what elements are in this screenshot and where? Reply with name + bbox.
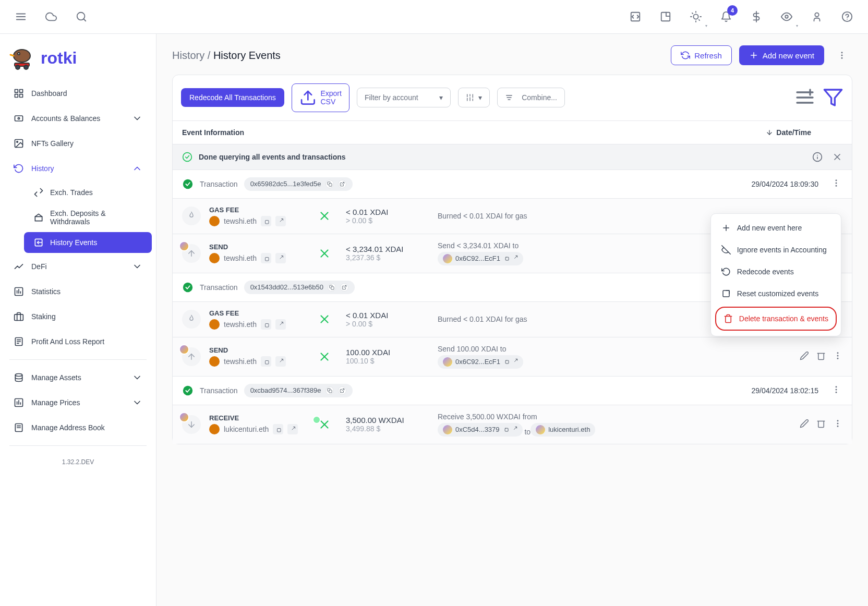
account-name[interactable]: lukicenturi.eth (224, 425, 269, 433)
copy-icon[interactable] (503, 426, 509, 433)
row-kebab-icon[interactable] (833, 351, 842, 362)
tx-kebab-icon[interactable] (830, 178, 842, 189)
filter-icon[interactable] (823, 87, 843, 108)
delete-icon[interactable] (816, 351, 826, 362)
sidebar-item-history-events[interactable]: History Events (24, 232, 152, 253)
sidebar-item-staking[interactable]: Staking (4, 305, 152, 328)
edit-icon[interactable] (800, 419, 809, 430)
close-icon[interactable] (832, 152, 842, 162)
row-kebab-icon[interactable] (833, 419, 842, 430)
brand-name: rotki (41, 49, 77, 68)
copy-icon[interactable] (503, 254, 509, 262)
privacy-icon[interactable]: ▾ (776, 6, 797, 27)
address-chip[interactable]: lukicenturi.eth (531, 423, 595, 437)
tx-label: Transaction (200, 386, 238, 395)
address-chip[interactable]: 0xC5d4...3379 (438, 423, 523, 437)
version-label: 1.32.2.DEV (0, 451, 156, 473)
tx-hash-chip[interactable]: 0x1543dd02...513e6b50 (244, 281, 355, 294)
copy-icon[interactable] (326, 386, 334, 395)
combine-select[interactable]: Combine... (497, 88, 565, 107)
currency-icon[interactable] (746, 6, 767, 27)
edit-icon[interactable] (800, 351, 809, 362)
sidebar-item-exch-deposits[interactable]: Exch. Deposits & Withdrawals (24, 204, 152, 231)
address-chip[interactable]: 0x6C92...EcF1 (438, 252, 523, 265)
copy-icon[interactable] (503, 358, 509, 366)
external-link-icon[interactable] (275, 356, 286, 367)
logo[interactable]: rotki (0, 40, 156, 81)
external-link-icon[interactable] (512, 254, 518, 262)
refresh-button[interactable]: Refresh (671, 45, 732, 65)
copy-icon[interactable] (261, 253, 271, 263)
event-direction-icon (182, 347, 201, 366)
copy-icon[interactable] (261, 216, 271, 226)
menu-add-event[interactable]: Add new event here (714, 217, 838, 239)
sidebar-item-manage-assets[interactable]: Manage Assets (4, 366, 152, 389)
external-link-icon[interactable] (338, 386, 346, 395)
export-csv-button[interactable]: Export CSV (292, 83, 349, 112)
tx-hash-chip[interactable]: 0xcbad9574...367f389e (244, 384, 353, 397)
sidebar-item-pnl[interactable]: Profit And Loss Report (4, 330, 152, 353)
sidebar-item-nfts[interactable]: NFTs Gallery (4, 132, 152, 155)
sidebar-item-accounts[interactable]: Accounts & Balances (4, 107, 152, 130)
tx-kebab-icon[interactable] (830, 385, 842, 396)
external-link-icon[interactable] (287, 424, 298, 434)
add-event-button[interactable]: Add new event (739, 45, 824, 65)
sidebar-item-manage-prices[interactable]: Manage Prices (4, 391, 152, 414)
note-icon[interactable] (655, 6, 676, 27)
svg-point-130 (836, 392, 837, 393)
copy-icon[interactable] (261, 356, 271, 367)
address-chip[interactable]: 0x6C92...EcF1 (438, 355, 523, 369)
account-name[interactable]: tewshi.eth (224, 357, 257, 366)
sidebar-item-statistics[interactable]: Statistics (4, 280, 152, 303)
account-name[interactable]: tewshi.eth (224, 254, 257, 262)
code-icon[interactable] (625, 6, 646, 27)
sidebar-item-dashboard[interactable]: Dashboard (4, 82, 152, 105)
help-icon[interactable] (837, 6, 858, 27)
external-link-icon[interactable] (340, 283, 348, 292)
menu-redecode[interactable]: Redecode events (714, 261, 838, 283)
avatar (209, 319, 220, 330)
fiat-amount: 100.10 $ (346, 357, 429, 365)
delete-icon[interactable] (816, 419, 826, 430)
account-name[interactable]: tewshi.eth (224, 217, 257, 225)
page-kebab-icon[interactable] (831, 45, 852, 65)
external-link-icon[interactable] (275, 253, 286, 263)
info-icon[interactable] (812, 152, 823, 162)
sidebar-item-exch-trades[interactable]: Exch. Trades (24, 182, 152, 203)
sidebar: rotki Dashboard Accounts & Balances NFTs… (0, 34, 156, 606)
filter-account-select[interactable]: Filter by account▾ (357, 88, 451, 107)
menu-delete[interactable]: Delete transaction & events (715, 307, 837, 331)
event-type: GAS FEE (209, 309, 303, 317)
svg-line-81 (342, 182, 344, 185)
copy-icon[interactable] (273, 424, 283, 434)
external-link-icon[interactable] (512, 358, 518, 366)
account-name[interactable]: tewshi.eth (224, 320, 257, 329)
table-header: Event Information Date/Time (173, 120, 852, 144)
bell-icon[interactable]: 4 (716, 6, 737, 27)
external-link-icon[interactable] (275, 216, 286, 226)
copy-icon[interactable] (328, 283, 336, 292)
svg-rect-39 (15, 314, 23, 321)
copy-icon[interactable] (326, 180, 334, 188)
menu-reset[interactable]: Reset customized events (714, 283, 838, 305)
tx-hash-chip[interactable]: 0x65982dc5...1e3fed5e (244, 177, 353, 191)
svg-point-73 (183, 152, 192, 161)
copy-icon[interactable] (261, 319, 271, 330)
cloud-icon[interactable] (41, 6, 62, 27)
external-link-icon[interactable] (512, 426, 517, 433)
search-icon[interactable] (71, 6, 92, 27)
sidebar-item-address-book[interactable]: Manage Address Book (4, 416, 152, 439)
amount: 100.00 XDAI (346, 348, 429, 357)
external-link-icon[interactable] (338, 180, 346, 188)
external-link-icon[interactable] (275, 319, 286, 330)
sidebar-item-history[interactable]: History (4, 157, 152, 180)
sort-date-button[interactable]: Date/Time (766, 128, 811, 137)
customize-columns-icon[interactable] (794, 87, 815, 108)
filter-settings-button[interactable]: ▾ (458, 88, 490, 107)
sidebar-item-defi[interactable]: DeFi (4, 255, 152, 278)
redecode-all-button[interactable]: Redecode All Transactions (181, 88, 284, 107)
theme-icon[interactable]: ▾ (685, 6, 706, 27)
menu-ignore[interactable]: Ignore events in Accounting (714, 239, 838, 261)
user-icon[interactable] (806, 6, 827, 27)
menu-icon[interactable] (10, 6, 31, 27)
